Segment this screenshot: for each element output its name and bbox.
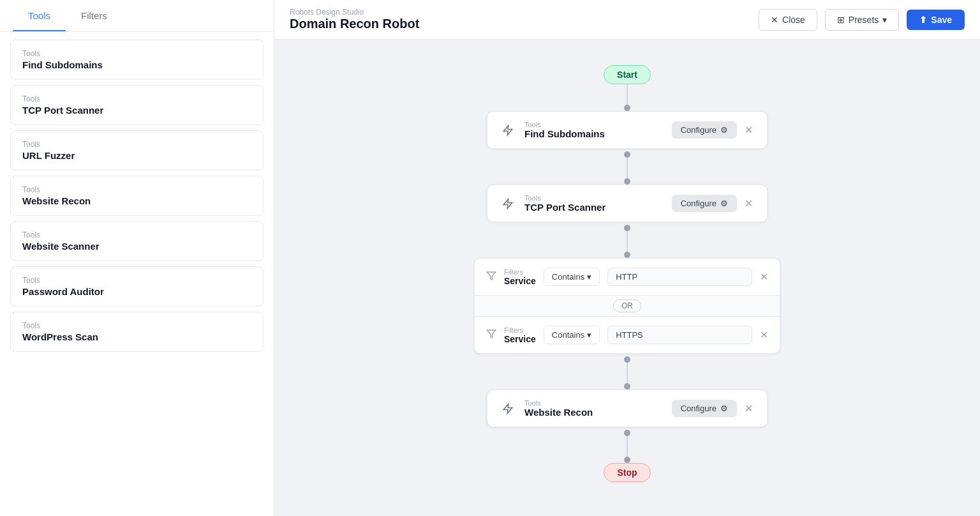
connector-dot-7 <box>624 383 630 390</box>
node-actions-3: Configure ⚙ ✕ <box>672 400 755 417</box>
node-actions-1: Configure ⚙ ✕ <box>672 121 755 139</box>
tool-card-find-subdomains[interactable]: Tools Find Subdomains <box>10 40 264 80</box>
configure-label-2: Configure <box>681 199 716 208</box>
remove-button-2[interactable]: ✕ <box>742 196 755 211</box>
configure-button-2[interactable]: Configure ⚙ <box>672 195 737 212</box>
svg-marker-4 <box>503 404 512 413</box>
studio-label: Robots Design Studio <box>290 8 419 17</box>
save-button[interactable]: ⬆ Save <box>907 10 965 30</box>
connector-dot-3 <box>624 178 630 185</box>
tab-filters[interactable]: Filters <box>66 0 122 31</box>
tool-card-name: TCP Port Scanner <box>22 105 251 116</box>
configure-button-1[interactable]: Configure ⚙ <box>672 121 737 139</box>
tools-list: Tools Find Subdomains Tools TCP Port Sca… <box>0 32 274 360</box>
configure-button-3[interactable]: Configure ⚙ <box>672 400 737 417</box>
tool-card-name: Website Scanner <box>22 241 251 252</box>
gear-icon-2: ⚙ <box>720 199 728 208</box>
tool-card-category: Tools <box>22 231 251 239</box>
or-badge: OR <box>613 300 641 312</box>
gear-icon-1: ⚙ <box>720 125 728 135</box>
title-block: Robots Design Studio Domain Recon Robot <box>290 8 419 31</box>
tool-card-url-fuzzer[interactable]: Tools URL Fuzzer <box>10 130 264 171</box>
connector-dot-5 <box>624 252 630 258</box>
filter-operator-1[interactable]: Contains ▾ <box>544 268 600 286</box>
presets-button[interactable]: ⊞ Presets ▾ <box>825 9 899 31</box>
tool-card-category: Tools <box>22 49 251 58</box>
start-node: Start <box>604 65 651 84</box>
connector-dot-6 <box>624 356 630 363</box>
tab-tools[interactable]: Tools <box>13 0 66 31</box>
or-divider: OR <box>475 295 780 317</box>
filter-category-2: Filters <box>504 326 536 334</box>
tool-card-category: Tools <box>22 95 251 103</box>
lightning-icon-2 <box>499 195 517 213</box>
gear-icon-3: ⚙ <box>720 404 728 413</box>
tool-card-password-auditor[interactable]: Tools Password Auditor <box>10 266 264 307</box>
node-content-1: Tools Find Subdomains <box>524 121 664 139</box>
filter-name-2: Service <box>504 334 536 344</box>
lightning-icon-3 <box>499 400 517 418</box>
lightning-icon-1 <box>499 121 517 139</box>
node-category-3: Tools <box>524 399 664 407</box>
chevron-down-icon: ▾ <box>882 15 887 25</box>
tool-card-category: Tools <box>22 140 251 149</box>
main-area: Robots Design Studio Domain Recon Robot … <box>274 0 980 516</box>
tool-card-name: URL Fuzzer <box>22 150 251 161</box>
tool-card-name: Website Recon <box>22 195 251 206</box>
filter-icon-2 <box>486 329 496 342</box>
connector-5 <box>627 436 628 457</box>
top-bar: Robots Design Studio Domain Recon Robot … <box>274 0 980 40</box>
connector-4 <box>627 363 628 383</box>
filter-category-1: Filters <box>504 268 536 276</box>
filter-value-2[interactable] <box>607 326 752 344</box>
connector-dot-1 <box>624 105 630 111</box>
tool-node-find-subdomains: Tools Find Subdomains Configure ⚙ ✕ <box>487 111 768 149</box>
chevron-down-icon-filter-2: ▾ <box>587 330 591 340</box>
filter-row-1: Filters Service Contains ▾ ✕ <box>475 259 780 295</box>
tool-node-tcp-port-scanner: Tools TCP Port Scanner Configure ⚙ ✕ <box>487 185 768 222</box>
node-name-3: Website Recon <box>524 407 664 418</box>
configure-label-3: Configure <box>681 404 716 413</box>
tool-card-website-recon[interactable]: Tools Website Recon <box>10 176 264 216</box>
node-category-1: Tools <box>524 121 664 128</box>
filter-info-1: Filters Service <box>504 268 536 286</box>
svg-marker-1 <box>503 199 512 208</box>
canvas[interactable]: Start Tools Find Subdomains Configure <box>274 40 980 516</box>
close-button[interactable]: ✕ Close <box>759 9 817 31</box>
connector-dot-2 <box>624 151 630 158</box>
connector-dot-8 <box>624 430 630 436</box>
tool-card-category: Tools <box>22 321 251 330</box>
filter-remove-1[interactable]: ✕ <box>760 271 768 283</box>
connector-dot-4 <box>624 225 630 231</box>
tool-node-website-recon: Tools Website Recon Configure ⚙ ✕ <box>487 390 768 427</box>
chevron-down-icon-filter-1: ▾ <box>587 272 591 282</box>
filter-name-1: Service <box>504 276 536 286</box>
filter-group: Filters Service Contains ▾ ✕ OR <box>474 258 780 354</box>
flow-container: Start Tools Find Subdomains Configure <box>287 52 967 508</box>
connector-dot-9 <box>624 457 630 463</box>
tool-card-category: Tools <box>22 276 251 285</box>
left-panel: Tools Filters Tools Find Subdomains Tool… <box>0 0 274 516</box>
filter-icon-1 <box>486 271 496 284</box>
filter-remove-2[interactable]: ✕ <box>760 329 768 341</box>
configure-label-1: Configure <box>681 125 716 135</box>
tool-card-name: Find Subdomains <box>22 59 251 70</box>
filter-info-2: Filters Service <box>504 326 536 344</box>
node-name-1: Find Subdomains <box>524 128 664 139</box>
remove-button-3[interactable]: ✕ <box>742 401 755 416</box>
svg-marker-0 <box>503 125 512 135</box>
tool-card-tcp-port-scanner[interactable]: Tools TCP Port Scanner <box>10 85 264 125</box>
filter-operator-2[interactable]: Contains ▾ <box>544 326 600 344</box>
remove-button-1[interactable]: ✕ <box>742 123 755 137</box>
tool-card-name: Password Auditor <box>22 286 251 297</box>
tool-card-website-scanner[interactable]: Tools Website Scanner <box>10 221 264 261</box>
tool-card-wordpress-scan[interactable]: Tools WordPress Scan <box>10 312 264 352</box>
stop-node: Stop <box>604 463 650 482</box>
filter-row-2: Filters Service Contains ▾ ✕ <box>475 317 780 353</box>
filter-value-1[interactable] <box>607 268 752 286</box>
tabs-bar: Tools Filters <box>0 0 274 32</box>
svg-marker-3 <box>487 330 495 338</box>
close-icon: ✕ <box>771 15 778 25</box>
connector-3 <box>627 231 628 252</box>
node-content-3: Tools Website Recon <box>524 399 664 418</box>
